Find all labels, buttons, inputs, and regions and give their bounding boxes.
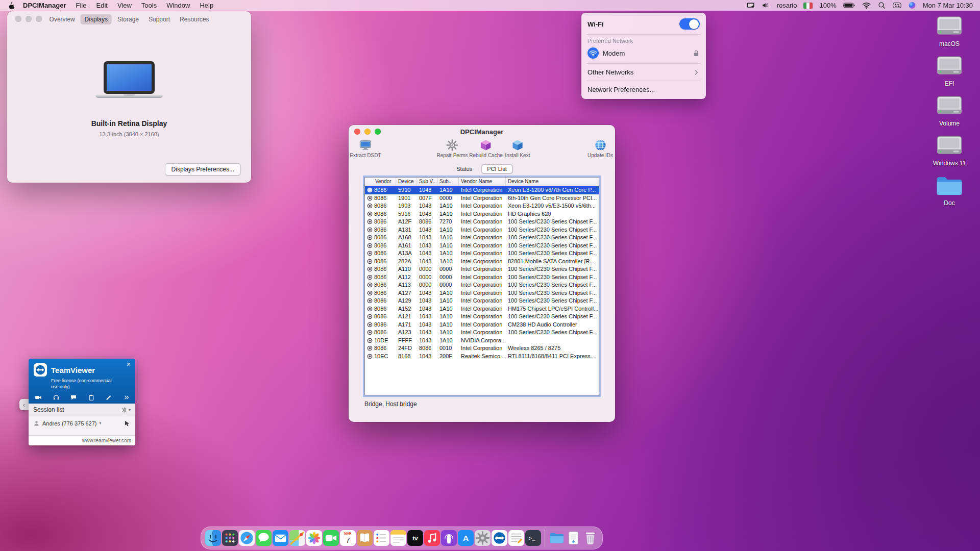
dock-teamviewer-icon[interactable] (492, 530, 507, 546)
partner-row[interactable]: Andres (776 375 627) ▾ (29, 416, 135, 430)
pci-row[interactable]: 8086591010431A10Intel CorporationXeon E3… (365, 186, 599, 194)
dock-music-icon[interactable] (424, 530, 440, 546)
control-center-icon[interactable] (893, 2, 901, 9)
pci-row[interactable]: 8086591610431A10Intel CorporationHD Grap… (365, 210, 599, 218)
desktop-icon-efi[interactable]: EFI (923, 54, 976, 87)
tab-pci-list[interactable]: PCI List (481, 164, 512, 173)
column-header-4[interactable]: Vendor Name (459, 178, 506, 186)
pci-row[interactable]: 8086A16110431A10Intel Corporation100 Ser… (365, 242, 599, 250)
session-list-row[interactable]: Session list ▾ (29, 404, 135, 416)
desktop-icon-windows-11[interactable]: Windows 11 (923, 134, 976, 167)
pci-row[interactable]: 8086A11200000000Intel Corporation100 Ser… (365, 273, 599, 282)
dock-console-icon[interactable]: >_ (525, 530, 541, 546)
minimize-button[interactable] (26, 16, 32, 22)
dock-podcasts-icon[interactable] (441, 530, 457, 546)
dock-maps-icon[interactable] (289, 530, 305, 546)
pci-row[interactable]: 8086282A10431A10Intel Corporation82801 M… (365, 258, 599, 266)
tab-status[interactable]: Status (451, 165, 477, 173)
menu-file[interactable]: File (76, 2, 87, 9)
zoom-button[interactable] (36, 16, 42, 22)
pci-row[interactable]: 10EC81681043200FRealtek Semico...RTL8111… (365, 353, 599, 361)
apple-menu-icon[interactable] (7, 2, 15, 10)
dock-downloads-icon[interactable] (566, 530, 581, 546)
volume-icon[interactable] (762, 2, 770, 9)
app-menu-title[interactable]: DPCIManager (23, 2, 66, 9)
dock-calendar-icon[interactable]: MAR7 (340, 530, 356, 546)
close-icon[interactable]: × (127, 361, 131, 368)
connect-icon[interactable] (124, 420, 131, 427)
displays-tab-displays[interactable]: Displays (81, 14, 112, 24)
menu-window[interactable]: Window (166, 2, 190, 9)
screen-mirroring-icon[interactable] (746, 2, 755, 9)
toolbar-install-kext[interactable]: Install Kext (505, 139, 530, 158)
column-header-1[interactable]: Device (396, 178, 417, 186)
spotlight-icon[interactable] (877, 2, 886, 9)
menu-view[interactable]: View (117, 2, 132, 9)
gear-icon[interactable] (121, 407, 128, 413)
column-header-2[interactable]: Sub V... (417, 178, 437, 186)
dock-reminders-icon[interactable] (374, 530, 389, 546)
pci-row[interactable]: 8086A12710431A10Intel Corporation100 Ser… (365, 289, 599, 297)
toolbar-extract-dsdt[interactable]: Extract DSDT (350, 139, 381, 158)
dock-finder-icon[interactable] (205, 530, 221, 546)
dock-documents-folder-icon[interactable] (549, 530, 565, 546)
dock-safari-icon[interactable] (239, 530, 255, 546)
displays-tab-resources[interactable]: Resources (176, 14, 213, 24)
pci-row[interactable]: 8086190310431A10Intel CorporationXeon E3… (365, 202, 599, 210)
other-networks-item[interactable]: Other Networks (581, 66, 706, 78)
battery-icon[interactable] (843, 2, 855, 9)
displays-tab-overview[interactable]: Overview (45, 14, 79, 24)
pci-row[interactable]: 8086A13110431A10Intel Corporation100 Ser… (365, 226, 599, 234)
input-language-flag-icon[interactable] (803, 3, 813, 9)
teamviewer-collapse-handle[interactable]: ‹ (19, 399, 29, 410)
menu-help[interactable]: Help (200, 2, 213, 9)
chat-icon[interactable] (70, 394, 77, 401)
column-header-3[interactable]: Sub... (437, 178, 459, 186)
headset-icon[interactable] (53, 394, 60, 401)
pci-row[interactable]: 808624FD80860010Intel CorporationWireles… (365, 344, 599, 353)
desktop-icon-macos[interactable]: macOS (923, 14, 976, 47)
pci-row[interactable]: 8086A11000000000Intel Corporation100 Ser… (365, 265, 599, 273)
clipboard-icon[interactable] (88, 394, 95, 401)
menu-bar-clock[interactable]: Mon 7 Mar 10:30 (923, 2, 973, 9)
network-item-modem[interactable]: Modem (581, 45, 706, 61)
dock-system-preferences-icon[interactable] (475, 530, 491, 546)
dock-facetime-icon[interactable] (323, 530, 339, 546)
toolbar-update-ids[interactable]: Update IDs (587, 139, 613, 158)
wifi-toggle[interactable] (679, 18, 700, 30)
pci-row[interactable]: 8086A15210431A10Intel CorporationHM175 C… (365, 305, 599, 313)
dock-mail-icon[interactable] (273, 530, 288, 546)
more-icon[interactable] (123, 394, 130, 401)
pci-row[interactable]: 8086A13A10431A10Intel Corporation100 Ser… (365, 249, 599, 258)
wifi-icon[interactable] (862, 2, 871, 9)
dock-textedit-icon[interactable] (508, 530, 524, 546)
teamviewer-website-link[interactable]: www.teamviewer.com (82, 438, 131, 443)
pci-row[interactable]: 8086A12F80867270Intel Corporation100 Ser… (365, 218, 599, 226)
dock-books-icon[interactable] (357, 530, 373, 546)
video-icon[interactable] (35, 394, 42, 401)
pci-row[interactable]: 10DEFFFF10431A10NVIDIA Corpora... (365, 337, 599, 345)
column-header-0[interactable]: Vendor (365, 178, 396, 186)
menu-tools[interactable]: Tools (141, 2, 157, 9)
dock-photos-icon[interactable] (306, 530, 322, 546)
desktop-icon-doc[interactable]: Doc (923, 173, 976, 207)
dock-messages-icon[interactable] (256, 530, 272, 546)
siri-icon[interactable] (908, 2, 916, 9)
pci-row[interactable]: 8086A12310431A10Intel Corporation100 Ser… (365, 329, 599, 337)
pci-row[interactable]: 8086A12910431A10Intel Corporation100 Ser… (365, 297, 599, 305)
pci-row[interactable]: 8086A16010431A10Intel Corporation100 Ser… (365, 234, 599, 242)
dock-trash-icon[interactable] (582, 530, 598, 546)
pci-row[interactable]: 8086A12110431A10Intel Corporation100 Ser… (365, 313, 599, 321)
dock-launchpad-icon[interactable] (222, 530, 238, 546)
user-menu[interactable]: rosario (777, 2, 797, 9)
pci-row[interactable]: 80861901007F0000Intel Corporation6th-10t… (365, 194, 599, 203)
displays-preferences-button[interactable]: Displays Preferences... (165, 163, 241, 176)
dock-notes-icon[interactable] (390, 530, 406, 546)
column-header-5[interactable]: Device Name (506, 178, 599, 186)
close-button[interactable] (15, 16, 21, 22)
network-preferences-item[interactable]: Network Preferences... (581, 84, 706, 95)
pci-row[interactable]: 8086A11300000000Intel Corporation100 Ser… (365, 281, 599, 289)
desktop-icon-volume[interactable]: Volume (923, 94, 976, 127)
displays-tab-storage[interactable]: Storage (113, 14, 143, 24)
pci-row[interactable]: 8086A17110431A10Intel CorporationCM238 H… (365, 321, 599, 329)
